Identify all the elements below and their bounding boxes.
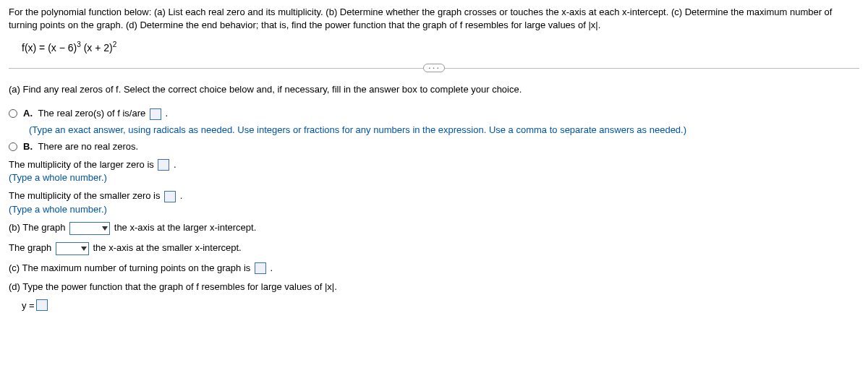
mult-larger-hint: (Type a whole number.) <box>9 172 859 183</box>
mult-larger-before: The multiplicity of the larger zero is <box>9 159 156 170</box>
formula-exp2: 2 <box>113 40 117 48</box>
partc-after: . <box>271 262 273 273</box>
part-b-line2: The graph the x-axis at the smaller x-in… <box>9 242 859 255</box>
choice-b-text: There are no real zeros. <box>38 141 138 152</box>
mult-smaller-input[interactable] <box>164 191 176 202</box>
multiplicity-smaller: The multiplicity of the smaller zero is … <box>9 190 859 215</box>
expand-pill[interactable]: • • • <box>423 64 445 72</box>
chevron-down-icon <box>81 247 87 251</box>
part-a-prompt: (a) Find any real zeros of f. Select the… <box>9 84 859 95</box>
partb-line2-before: The graph <box>9 242 54 253</box>
partb-line1-before: (b) The graph <box>9 222 68 233</box>
multiplicity-larger: The multiplicity of the larger zero is .… <box>9 159 859 184</box>
question-intro: For the polynomial function below: (a) L… <box>9 6 859 32</box>
chevron-down-icon <box>102 226 108 231</box>
power-function-input[interactable] <box>36 299 48 311</box>
mult-smaller-after: . <box>180 190 183 201</box>
part-b-line1: (b) The graph the x-axis at the larger x… <box>9 222 859 235</box>
cross-touch-smaller-dropdown[interactable] <box>56 242 89 255</box>
function-formula: f(x) = (x − 6)3 (x + 2)2 <box>22 40 859 54</box>
part-d-prompt: (d) Type the power function that the gra… <box>9 281 859 292</box>
y-equals: y = <box>22 300 35 311</box>
choice-b-content: B. There are no real zeros. <box>23 141 138 152</box>
mult-smaller-hint: (Type a whole number.) <box>9 204 859 215</box>
choice-b-label: B. <box>23 141 33 152</box>
choice-a-after: . <box>165 108 168 119</box>
choice-a-label: A. <box>23 108 33 119</box>
partb-line1-after: the x-axis at the larger x-intercept. <box>114 222 257 233</box>
cross-touch-larger-dropdown[interactable] <box>69 222 110 235</box>
choice-b-row: B. There are no real zeros. <box>9 141 859 152</box>
mult-larger-after: . <box>174 159 176 170</box>
formula-lhs: f(x) = (x − 6) <box>22 42 77 54</box>
choice-a-before: The real zero(s) of f is/are <box>38 108 148 119</box>
real-zeros-input[interactable] <box>150 108 161 120</box>
part-d-equation: y = <box>22 299 859 311</box>
choice-a-hint: (Type an exact answer, using radicals as… <box>29 124 859 135</box>
mult-larger-input[interactable] <box>158 159 169 171</box>
choice-a-content: A. The real zero(s) of f is/are . <box>23 108 168 120</box>
section-divider: • • • <box>9 64 859 72</box>
formula-mid: (x + 2) <box>81 42 113 54</box>
ellipsis-icon: • • • <box>429 66 440 70</box>
part-c: (c) The maximum number of turning points… <box>9 262 859 275</box>
radio-choice-a[interactable] <box>9 109 17 118</box>
radio-choice-b[interactable] <box>9 142 17 151</box>
partc-before: (c) The maximum number of turning points… <box>9 262 253 273</box>
turning-points-input[interactable] <box>255 262 266 274</box>
choice-a-row: A. The real zero(s) of f is/are . <box>9 108 859 120</box>
mult-smaller-before: The multiplicity of the smaller zero is <box>9 190 163 201</box>
partb-line2-after: the x-axis at the smaller x-intercept. <box>93 242 242 253</box>
